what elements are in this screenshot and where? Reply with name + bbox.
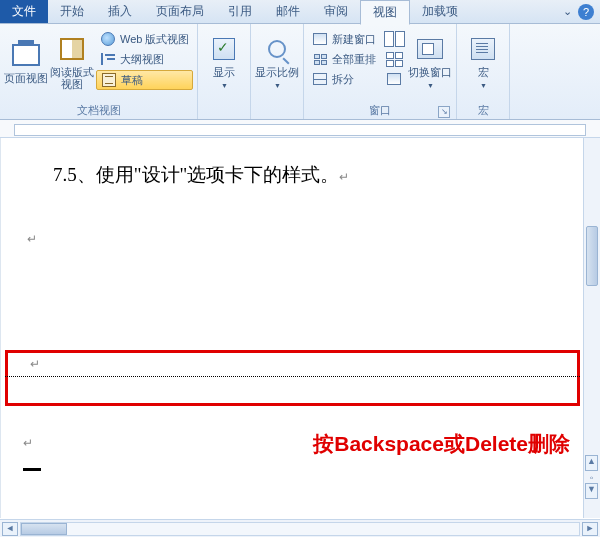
annotation-text: 按Backspace或Delete删除	[313, 430, 570, 458]
chevron-down-icon: ▼	[427, 82, 434, 89]
reset-window-button[interactable]	[382, 70, 406, 88]
ribbon-tab-strip: 文件 开始 插入 页面布局 引用 邮件 审阅 视图 加载项 ⌄ ?	[0, 0, 600, 24]
new-window-icon	[313, 33, 327, 45]
outline-button[interactable]: 大纲视图	[96, 50, 193, 68]
group-macros: 宏▼ 宏	[457, 24, 510, 119]
switch-windows-icon	[417, 39, 443, 59]
tab-review[interactable]: 审阅	[312, 0, 360, 23]
group-zoom: 显示比例▼	[251, 24, 304, 119]
hscroll-thumb[interactable]	[21, 523, 67, 535]
reset-window-icon	[387, 73, 401, 85]
view-side-by-side-button[interactable]	[382, 30, 406, 48]
reading-layout-icon	[60, 38, 84, 60]
text-cursor	[23, 468, 41, 471]
new-window-button[interactable]: 新建窗口	[308, 30, 380, 48]
tab-home[interactable]: 开始	[48, 0, 96, 23]
show-button[interactable]: 显示▼	[202, 26, 246, 98]
group-show: 显示▼	[198, 24, 251, 119]
chevron-down-icon: ▼	[480, 82, 487, 89]
macros-button[interactable]: 宏▼	[461, 26, 505, 98]
zoom-icon	[268, 40, 286, 58]
scroll-left-button[interactable]: ◄	[2, 522, 18, 536]
chevron-down-icon: ▼	[221, 82, 228, 89]
web-layout-button[interactable]: Web 版式视图	[96, 30, 193, 48]
web-layout-icon	[101, 32, 115, 46]
draft-icon	[102, 73, 116, 87]
help-icon[interactable]: ?	[578, 4, 594, 20]
browse-object-controls: ▲ ◦ ▼	[583, 454, 600, 500]
group-label	[255, 116, 299, 119]
tab-page-layout[interactable]: 页面布局	[144, 0, 216, 23]
arrange-all-icon	[314, 54, 327, 65]
tab-view[interactable]: 视图	[360, 0, 410, 25]
switch-windows-button[interactable]: 切换窗口▼	[408, 26, 452, 98]
annotation-frame: ↵	[5, 350, 580, 406]
sync-scroll-button[interactable]	[382, 50, 406, 68]
arrange-all-button[interactable]: 全部重排	[308, 50, 380, 68]
sync-scroll-icon	[386, 52, 403, 67]
tab-insert[interactable]: 插入	[96, 0, 144, 23]
chevron-down-icon: ▼	[274, 82, 281, 89]
horizontal-ruler[interactable]	[0, 120, 600, 138]
group-label: 窗口 ↘	[308, 101, 452, 119]
paragraph-mark: ↵	[1, 436, 33, 451]
zoom-button[interactable]: 显示比例▼	[255, 26, 299, 98]
dialog-launcher-icon[interactable]: ↘	[438, 106, 450, 118]
split-icon	[313, 73, 327, 85]
scrollbar-thumb[interactable]	[586, 226, 598, 286]
ribbon: 页面视图 阅读版式视图 Web 版式视图 大纲视图 草稿	[0, 24, 600, 120]
group-document-views: 页面视图 阅读版式视图 Web 版式视图 大纲视图 草稿	[0, 24, 198, 119]
tab-mailings[interactable]: 邮件	[264, 0, 312, 23]
show-icon	[213, 38, 235, 60]
scroll-right-button[interactable]: ►	[582, 522, 598, 536]
hscroll-track[interactable]	[20, 522, 580, 536]
paragraph-mark: ↵	[5, 232, 580, 247]
print-layout-button[interactable]: 页面视图	[4, 26, 48, 98]
document-area[interactable]: 7.5、使用"设计"选项卡下的样式。↵ ↵ ↵ ↵ 按Backspace或Del…	[0, 138, 600, 518]
print-layout-icon	[12, 44, 40, 66]
heading-text: 7.5、使用"设计"选项卡下的样式。↵	[5, 144, 580, 206]
group-window: 新建窗口 全部重排 拆分	[304, 24, 457, 119]
tab-addins[interactable]: 加载项	[410, 0, 470, 23]
paragraph-mark: ↵	[8, 357, 577, 372]
select-browse-object-button[interactable]: ◦	[583, 472, 600, 482]
outline-icon	[101, 53, 115, 65]
reading-layout-button[interactable]: 阅读版式视图	[50, 26, 94, 98]
next-page-button[interactable]: ▼	[585, 483, 598, 499]
group-label: 宏	[461, 101, 505, 119]
group-label: 文档视图	[4, 101, 193, 119]
group-label	[202, 116, 246, 119]
tab-file[interactable]: 文件	[0, 0, 48, 23]
minimize-ribbon-icon[interactable]: ⌄	[563, 5, 572, 18]
tab-references[interactable]: 引用	[216, 0, 264, 23]
dotted-separator	[5, 376, 580, 377]
macros-icon	[471, 38, 495, 60]
previous-page-button[interactable]: ▲	[585, 455, 598, 471]
draft-button[interactable]: 草稿	[96, 70, 193, 90]
side-by-side-icon	[384, 31, 405, 47]
horizontal-scrollbar[interactable]: ◄ ►	[0, 519, 600, 537]
split-button[interactable]: 拆分	[308, 70, 380, 88]
